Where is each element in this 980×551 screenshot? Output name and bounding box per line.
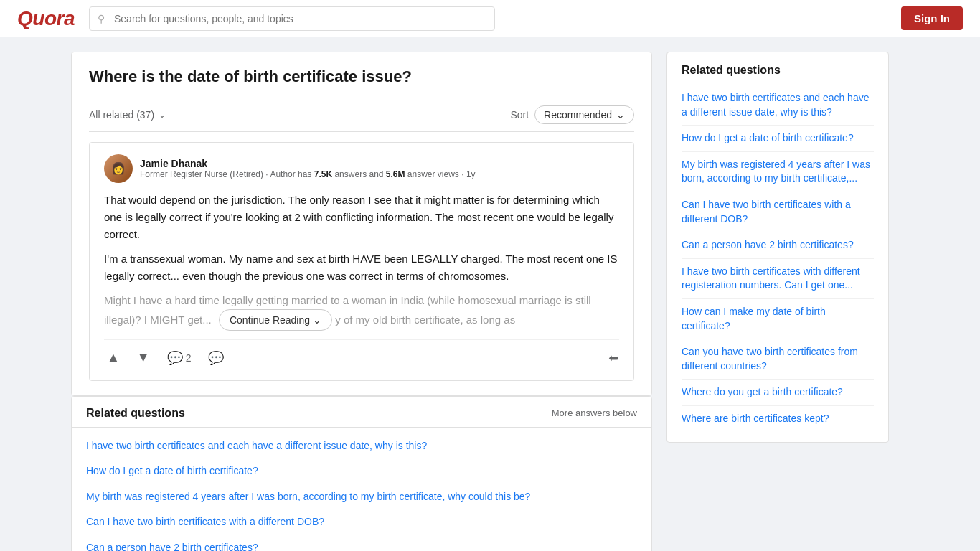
reply-icon: 💬 — [208, 350, 224, 366]
sidebar-link-4[interactable]: Can I have two birth certificates with a… — [682, 194, 874, 230]
related-link-list: I have two birth certificates and each h… — [72, 428, 651, 551]
search-icon: ⚲ — [98, 13, 105, 24]
author-row: 👩 Jamie Dhanak Former Register Nurse (Re… — [104, 154, 619, 183]
related-main-header: Related questions More answers below — [72, 397, 651, 428]
filter-bar: All related (37) ⌄ Sort Recommended ⌄ — [89, 98, 634, 132]
continue-reading-button[interactable]: Continue Reading ⌄ — [219, 309, 332, 331]
quora-logo[interactable]: Quora — [17, 7, 75, 30]
continue-reading-label: Continue Reading — [230, 314, 310, 326]
action-bar: ▲ ▼ 💬 2 💬 ➥ — [104, 339, 619, 369]
all-related-label: All related (37) — [89, 109, 154, 121]
sidebar-link-10[interactable]: Where are birth certificates kept? — [682, 408, 874, 430]
sort-value: Recommended — [544, 109, 612, 121]
related-questions-main: Related questions More answers below I h… — [71, 396, 652, 551]
related-link-5[interactable]: Can a person have 2 birth certificates? — [86, 535, 637, 551]
downvote-button[interactable]: ▼ — [134, 347, 153, 368]
upvote-icon: ▲ — [107, 350, 120, 365]
author-info: Jamie Dhanak Former Register Nurse (Reti… — [140, 158, 476, 179]
related-link-4[interactable]: Can I have two birth certificates with a… — [86, 509, 637, 535]
answer-p2: I'm a transsexual woman. My name and sex… — [104, 250, 619, 285]
main-content: Where is the date of birth certificate i… — [71, 52, 652, 551]
faded-text-2: y of my old birth certificate, as long a… — [335, 314, 515, 326]
answer-block: 👩 Jamie Dhanak Former Register Nurse (Re… — [89, 142, 634, 381]
comment-button[interactable]: 💬 2 — [164, 347, 194, 369]
chevron-down-icon: ⌄ — [159, 110, 166, 120]
upvote-button[interactable]: ▲ — [104, 347, 123, 368]
share-icon: ➥ — [608, 351, 619, 365]
sidebar-link-1[interactable]: I have two birth certificates and each h… — [682, 87, 874, 123]
more-answers-label: More answers below — [552, 408, 637, 418]
page-container: Where is the date of birth certificate i… — [60, 37, 920, 551]
sidebar-link-9[interactable]: Where do you get a birth certificate? — [682, 381, 874, 404]
search-container: ⚲ — [89, 6, 495, 31]
sort-group: Sort Recommended ⌄ — [510, 105, 634, 124]
sort-label: Sort — [510, 109, 529, 121]
header: Quora ⚲ Sign In — [0, 0, 980, 37]
answer-text: That would depend on the jurisdiction. T… — [104, 192, 619, 285]
comment-icon: 💬 — [167, 350, 183, 366]
sidebar-link-3[interactable]: My birth was registered 4 years after I … — [682, 154, 874, 190]
related-main-title: Related questions — [86, 407, 185, 420]
author-name[interactable]: Jamie Dhanak — [140, 158, 476, 169]
all-related[interactable]: All related (37) ⌄ — [89, 109, 166, 121]
sidebar-title: Related questions — [682, 64, 874, 77]
sidebar: Related questions I have two birth certi… — [666, 52, 889, 551]
author-meta-suffix: answer views · 1y — [405, 169, 476, 179]
author-views: 5.6M — [386, 169, 405, 179]
sidebar-link-8[interactable]: Can you have two birth certificates from… — [682, 341, 874, 377]
sidebar-link-7[interactable]: How can I make my date of birth certific… — [682, 301, 874, 337]
author-meta-mid: answers and — [332, 169, 386, 179]
author-answers: 7.5K — [314, 169, 332, 179]
share-button[interactable]: ➥ — [608, 350, 619, 366]
sidebar-link-5[interactable]: Can a person have 2 birth certificates? — [682, 234, 874, 257]
continue-reading-chevron-icon: ⌄ — [313, 314, 321, 326]
author-meta: Former Register Nurse (Retired) · Author… — [140, 169, 476, 179]
sort-dropdown[interactable]: Recommended ⌄ — [534, 105, 634, 124]
answer-p1: That would depend on the jurisdiction. T… — [104, 192, 619, 243]
related-link-1[interactable]: I have two birth certificates and each h… — [86, 433, 637, 459]
downvote-icon: ▼ — [137, 350, 150, 365]
sidebar-link-6[interactable]: I have two birth certificates with diffe… — [682, 260, 874, 297]
sidebar-card: Related questions I have two birth certi… — [666, 52, 889, 443]
sort-chevron-icon: ⌄ — [616, 109, 625, 121]
question-title: Where is the date of birth certificate i… — [89, 67, 634, 88]
related-link-2[interactable]: How do I get a date of birth certificate… — [86, 458, 637, 484]
question-card: Where is the date of birth certificate i… — [71, 52, 652, 396]
sidebar-link-2[interactable]: How do I get a date of birth certificate… — [682, 127, 874, 150]
author-meta-prefix: Former Register Nurse (Retired) · Author… — [140, 169, 314, 179]
avatar: 👩 — [104, 154, 133, 183]
answer-fade: Might I have a hard time legally getting… — [104, 292, 619, 331]
reply-button[interactable]: 💬 — [205, 347, 227, 369]
search-input[interactable] — [89, 6, 495, 31]
sign-in-button[interactable]: Sign In — [901, 6, 963, 30]
comment-count: 2 — [186, 352, 192, 364]
related-link-3[interactable]: My birth was registered 4 years after I … — [86, 484, 637, 510]
